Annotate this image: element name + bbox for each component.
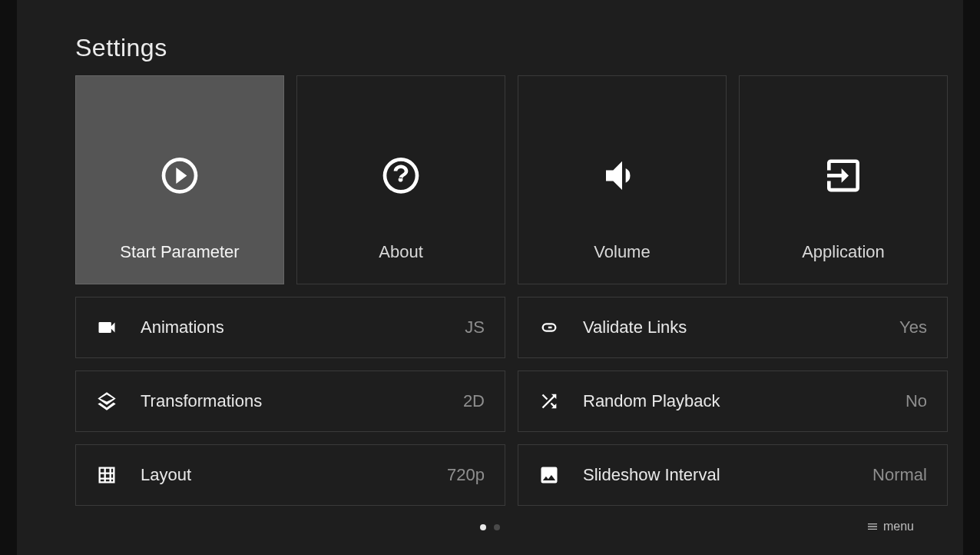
row-label: Animations xyxy=(141,317,465,337)
shuffle-icon xyxy=(538,390,560,412)
tile-volume[interactable]: Volume xyxy=(518,75,727,284)
row-value: 2D xyxy=(463,391,485,411)
tile-application[interactable]: Application xyxy=(739,75,948,284)
link-icon xyxy=(538,317,560,338)
settings-rows: Animations JS Validate Links Yes Transfo… xyxy=(75,297,948,506)
row-value: 720p xyxy=(447,465,485,485)
row-layout[interactable]: Layout 720p xyxy=(75,444,505,506)
page-indicator xyxy=(480,524,500,530)
row-slideshow-interval[interactable]: Slideshow Interval Normal xyxy=(518,444,948,506)
tile-label: Start Parameter xyxy=(120,242,239,262)
tile-label: Volume xyxy=(594,242,650,262)
tiles-row: Start Parameter About Volume Application xyxy=(75,75,948,284)
row-label: Layout xyxy=(141,465,447,485)
menu-hint[interactable]: menu xyxy=(866,520,914,533)
row-label: Slideshow Interval xyxy=(583,465,872,485)
help-circle-icon xyxy=(379,154,422,197)
row-value: Yes xyxy=(899,317,927,337)
video-icon xyxy=(96,317,118,338)
volume-icon xyxy=(601,154,644,197)
row-label: Random Playback xyxy=(583,391,906,411)
play-circle-icon xyxy=(158,154,201,197)
settings-panel: Settings Start Parameter About Volume Ap… xyxy=(17,0,963,555)
exit-icon xyxy=(822,154,865,197)
row-value: Normal xyxy=(872,465,927,485)
row-label: Validate Links xyxy=(583,317,899,337)
image-icon xyxy=(538,464,560,486)
row-value: JS xyxy=(465,317,485,337)
page-dot-1[interactable] xyxy=(480,524,486,530)
row-animations[interactable]: Animations JS xyxy=(75,297,505,358)
row-label: Transformations xyxy=(141,391,463,411)
tile-label: Application xyxy=(802,242,885,262)
row-random-playback[interactable]: Random Playback No xyxy=(518,371,948,432)
tile-start-parameter[interactable]: Start Parameter xyxy=(75,75,284,284)
tile-label: About xyxy=(379,242,423,262)
page-title: Settings xyxy=(75,34,167,62)
menu-hint-label: menu xyxy=(883,520,914,533)
page-dot-2[interactable] xyxy=(494,524,500,530)
tile-about[interactable]: About xyxy=(296,75,505,284)
grid-icon xyxy=(96,464,118,486)
hamburger-icon xyxy=(866,520,879,533)
row-validate-links[interactable]: Validate Links Yes xyxy=(518,297,948,358)
row-transformations[interactable]: Transformations 2D xyxy=(75,371,505,432)
row-value: No xyxy=(906,391,927,411)
layers-icon xyxy=(96,390,118,412)
